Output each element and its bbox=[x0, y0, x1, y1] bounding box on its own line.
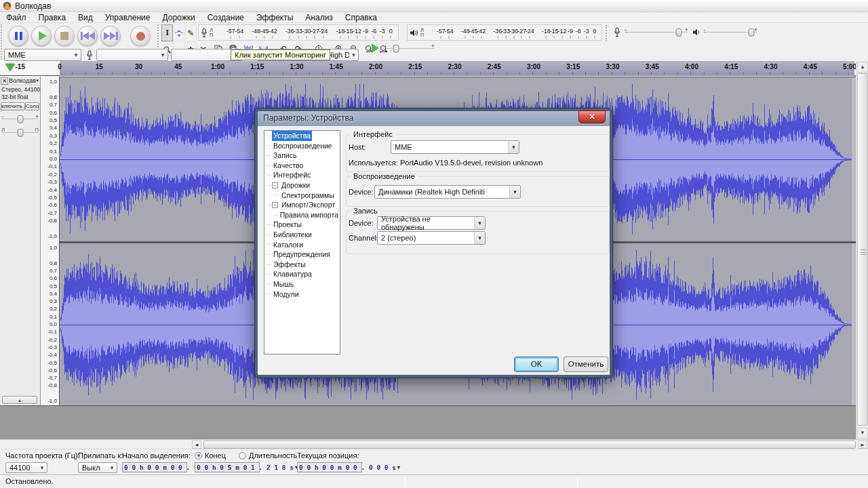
tree-item-модули[interactable]: Модули bbox=[264, 289, 340, 300]
slider-thumb[interactable] bbox=[17, 129, 23, 137]
vertical-scale-label: -0,7 bbox=[47, 209, 57, 216]
selection-end-radio[interactable]: Конец bbox=[195, 451, 226, 460]
envelope-tool-button[interactable] bbox=[173, 24, 184, 41]
timeline-ticks bbox=[60, 72, 854, 75]
menu-дорожки[interactable]: Дорожки bbox=[157, 12, 201, 23]
dialog-titlebar[interactable]: Параметры: Устройства ✕ bbox=[258, 111, 610, 126]
selection-tool-button[interactable]: I bbox=[161, 24, 173, 41]
tree-connector bbox=[267, 185, 271, 186]
slider-thumb[interactable] bbox=[17, 115, 23, 123]
menu-вид[interactable]: Вид bbox=[72, 12, 99, 23]
timeline-label: 1:45 bbox=[330, 63, 343, 70]
tree-collapse-icon[interactable]: − bbox=[272, 182, 278, 188]
toolbar-grip[interactable] bbox=[606, 25, 608, 41]
scroll-right-icon[interactable]: ► bbox=[858, 441, 867, 449]
scroll-up-icon[interactable]: ▲ bbox=[857, 62, 868, 73]
vertical-scrollbar[interactable]: ▲ ▼ bbox=[856, 61, 868, 439]
tree-item-эффекты[interactable]: Эффекты bbox=[264, 260, 340, 270]
tree-item-клавиатура[interactable]: Клавиатура bbox=[264, 269, 340, 279]
empty-project-area[interactable] bbox=[0, 406, 856, 439]
record-button[interactable] bbox=[130, 26, 151, 46]
menu-анализ[interactable]: Анализ bbox=[299, 12, 339, 23]
track-pan-slider[interactable]: Л П bbox=[2, 128, 38, 138]
tree-item-импорт/экспорт[interactable]: −Импорт/Экспорт bbox=[264, 200, 340, 210]
menu-создание[interactable]: Создание bbox=[201, 12, 250, 23]
window-titlebar: Волкодав bbox=[0, 0, 868, 12]
skip-to-start-button[interactable] bbox=[77, 26, 98, 46]
tree-item-воспроизведение[interactable]: Воспроизведение bbox=[264, 141, 340, 151]
vertical-scale-ruler[interactable]: 1,00,80,70,60,50,40,30,20,10,0-0,1-0,2-0… bbox=[41, 77, 60, 406]
draw-tool-button[interactable]: ✎ bbox=[185, 24, 197, 41]
mute-button[interactable]: ключить зву bbox=[1, 102, 25, 110]
recording-device-select[interactable]: ▾ bbox=[96, 49, 168, 61]
selection-length-radio[interactable]: Длительность bbox=[239, 451, 297, 460]
track-close-button[interactable]: ✕ bbox=[1, 77, 8, 85]
vertical-scale-label: -1,0 bbox=[47, 233, 57, 239]
skip-to-end-button[interactable] bbox=[100, 26, 121, 46]
meter-tick-mark bbox=[340, 36, 340, 39]
track-collapse-button[interactable]: ▲ bbox=[2, 396, 37, 404]
project-rate-select[interactable]: 44100▾ bbox=[5, 462, 47, 473]
scroll-left-icon[interactable]: ◄ bbox=[192, 441, 201, 449]
recording-meter[interactable]: ЛП -57-54-48-45-42-36-33-30-27-24-18-15-… bbox=[198, 24, 399, 41]
snap-to-select[interactable]: Выкл▾ bbox=[78, 462, 117, 473]
stop-button[interactable] bbox=[54, 26, 75, 46]
tree-item-запись[interactable]: Запись bbox=[264, 150, 340, 161]
recording-device-combobox[interactable]: Устройства не обнаружены▾ bbox=[377, 216, 486, 230]
selection-start-label: Начало выделения: bbox=[122, 451, 191, 460]
vertical-scroll-thumb[interactable] bbox=[857, 73, 868, 426]
playback-meter[interactable]: ЛП -57-54-48-45-42-36-33-30-27-24-18-15-… bbox=[407, 24, 602, 41]
track-name[interactable]: Волкодав bbox=[9, 77, 36, 84]
menu-файл[interactable]: Файл bbox=[0, 12, 33, 23]
timeline-ruler[interactable]: -1501530451:001:151:301:452:002:152:302:… bbox=[0, 61, 868, 76]
host-combobox[interactable]: MME▾ bbox=[391, 140, 519, 154]
record-icon bbox=[136, 32, 145, 41]
menu-управление[interactable]: Управление bbox=[99, 12, 157, 23]
audio-position-field[interactable]: 0 0 h 0 0 m 0 0 . 0 0 0 s▾ bbox=[297, 462, 362, 472]
tree-item-библиотеки[interactable]: Библиотеки bbox=[264, 230, 340, 240]
tree-item-спектрограммы[interactable]: Спектрограммы bbox=[264, 190, 340, 201]
chevron-down-icon: ▾ bbox=[474, 217, 485, 229]
playback-device-combobox[interactable]: Динамики (Realtek High Definiti▾ bbox=[374, 185, 521, 199]
tree-item-проекты[interactable]: Проекты bbox=[264, 220, 340, 230]
quickplay-pin-icon[interactable] bbox=[5, 64, 15, 71]
horizontal-scrollbar[interactable]: ◄ ► bbox=[0, 439, 868, 449]
tree-item-мышь[interactable]: Мышь bbox=[264, 279, 340, 289]
dialog-close-button[interactable]: ✕ bbox=[578, 110, 606, 123]
timeline-label: 4:15 bbox=[724, 63, 738, 70]
resize-grip-icon[interactable]: ⋰ bbox=[601, 367, 608, 373]
menu-правка[interactable]: Правка bbox=[33, 12, 73, 23]
meter-tick: -3 bbox=[584, 28, 589, 35]
vertical-scale-label: 0,8 bbox=[50, 260, 57, 266]
host-select[interactable]: MME▾ bbox=[4, 49, 81, 61]
tree-item-правила импорта[interactable]: Правила импорта bbox=[264, 210, 340, 220]
track-menu-chevron-icon[interactable]: ▾ bbox=[36, 78, 40, 83]
ok-button[interactable]: OK bbox=[514, 357, 559, 372]
pause-button[interactable] bbox=[8, 26, 28, 46]
skip-end-icon bbox=[116, 32, 118, 40]
tree-item-каталоги[interactable]: Каталоги bbox=[264, 240, 340, 250]
recording-channels-combobox[interactable]: 2 (стерео)▾ bbox=[377, 231, 486, 245]
slider-thumb[interactable] bbox=[749, 28, 755, 37]
recording-volume-slider[interactable]: -+ bbox=[625, 28, 688, 37]
meter-tick-mark bbox=[315, 36, 315, 39]
scroll-down-icon[interactable]: ▼ bbox=[857, 428, 868, 439]
selection-start-field[interactable]: 0 0 h 0 0 m 0 0 . 0 0 0 s▾ bbox=[122, 462, 187, 472]
play-button[interactable] bbox=[31, 26, 52, 46]
vertical-scale-label: -0,6 bbox=[47, 367, 57, 373]
tree-collapse-icon[interactable]: − bbox=[272, 202, 278, 208]
meter-tick-mark bbox=[374, 36, 374, 39]
playback-volume-slider[interactable]: -+ bbox=[704, 28, 757, 37]
tree-item-качество[interactable]: Качество bbox=[264, 161, 340, 171]
menu-эффекты[interactable]: Эффекты bbox=[250, 12, 300, 23]
solo-button[interactable]: Соло bbox=[25, 102, 39, 110]
horizontal-scroll-thumb[interactable] bbox=[203, 441, 856, 449]
menu-справка[interactable]: Справка bbox=[339, 12, 383, 23]
track-gain-slider[interactable]: - + bbox=[2, 115, 38, 124]
selection-end-field[interactable]: 0 0 h 0 5 m 0 1 . 2 1 8 s▾ bbox=[195, 462, 260, 472]
slider-thumb[interactable] bbox=[676, 28, 682, 37]
tree-item-устройства[interactable]: Устройства bbox=[264, 131, 340, 141]
tree-item-дорожки[interactable]: −Дорожки bbox=[264, 180, 340, 190]
tree-item-интерфейс[interactable]: Интерфейс bbox=[264, 170, 340, 180]
tree-item-предупреждения[interactable]: Предупреждения bbox=[264, 249, 340, 260]
